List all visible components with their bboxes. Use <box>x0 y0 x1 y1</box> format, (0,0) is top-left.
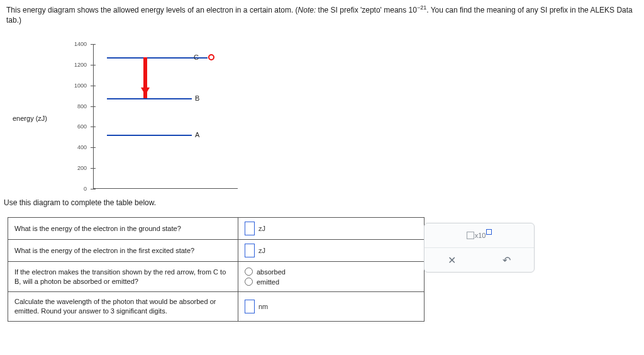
question-table: What is the energy of the electron in th… <box>8 217 425 322</box>
tick-400: 400 <box>77 144 87 150</box>
level-A <box>107 135 192 136</box>
level-B-label: B <box>195 94 199 102</box>
tick-1000: 1000 <box>74 82 87 89</box>
q4-unit: nm <box>258 303 268 310</box>
q2-input[interactable] <box>245 244 255 257</box>
tick-200: 200 <box>77 165 87 171</box>
q1-input[interactable] <box>245 222 255 235</box>
tick-0: 0 <box>84 186 87 192</box>
y-axis <box>93 44 94 189</box>
q3-option-absorbed[interactable]: absorbed <box>245 268 418 276</box>
level-A-label: A <box>195 131 199 138</box>
axes: 0 200 400 600 800 1000 1200 1400 A B C <box>93 44 238 189</box>
q1-unit: zJ <box>258 225 265 232</box>
clear-button[interactable]: ✕ <box>425 248 479 272</box>
tick-800: 800 <box>77 103 87 110</box>
intro-note-body: the SI prefix 'zepto' means 10 <box>316 6 417 14</box>
sci-notation-button[interactable]: x10 <box>425 223 534 247</box>
q2-text: What is the energy of the electron in th… <box>8 240 238 262</box>
q2-unit: zJ <box>258 247 265 254</box>
tick-1400: 1400 <box>74 41 87 47</box>
box-icon <box>467 232 474 239</box>
q4-input[interactable] <box>245 300 255 313</box>
radio-icon <box>245 278 253 286</box>
close-icon: ✕ <box>448 254 456 266</box>
energy-diagram: energy (zJ) 0 200 400 600 800 1000 1200 … <box>13 39 252 203</box>
q3-text: If the electron makes the transition sho… <box>8 262 238 292</box>
intro-text: This energy diagram shows the allowed en… <box>6 4 638 25</box>
level-C <box>107 57 208 59</box>
q3-option-emitted[interactable]: emitted <box>245 278 418 286</box>
transition-arrow <box>143 57 147 99</box>
electron-icon <box>208 54 214 60</box>
q1-text: What is the energy of the electron in th… <box>8 218 238 240</box>
table-prompt: Use this diagram to complete the table b… <box>4 198 156 207</box>
reset-button[interactable]: ↶ <box>479 248 534 272</box>
intro-exponent: −21 <box>417 4 426 11</box>
x-axis <box>93 188 238 189</box>
undo-icon: ↶ <box>502 254 511 266</box>
tool-palette: x10 ✕ ↶ <box>424 223 535 273</box>
intro-pre: This energy diagram shows the allowed en… <box>6 6 298 14</box>
exponent-box-icon <box>486 229 492 235</box>
level-C-label: C <box>194 54 199 61</box>
intro-note-label: Note: <box>298 6 316 14</box>
tick-600: 600 <box>77 123 87 130</box>
tick-1200: 1200 <box>74 62 87 68</box>
q4-text: Calculate the wavelength of the photon t… <box>8 292 238 322</box>
radio-icon <box>245 268 253 276</box>
y-axis-label: energy (zJ) <box>13 115 47 122</box>
